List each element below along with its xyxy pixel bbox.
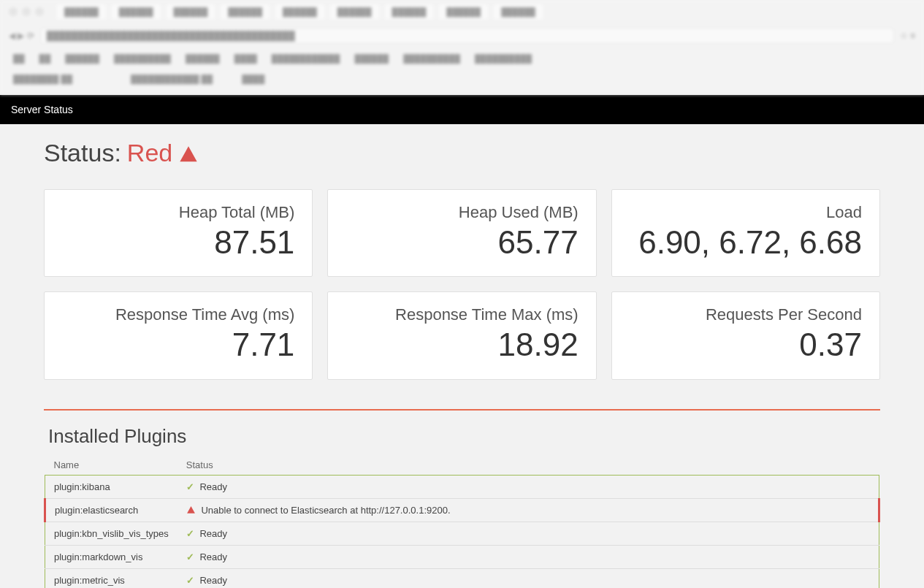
check-icon: ✓ (186, 551, 194, 562)
table-row: plugin:metric_vis✓ Ready (45, 568, 879, 588)
plugin-name: plugin:metric_vis (45, 568, 177, 588)
plugin-status: ✓ Ready (177, 568, 879, 588)
metric-heap-total: Heap Total (MB) 87.51 (44, 189, 313, 277)
plugin-name: plugin:elasticsearch (45, 498, 177, 522)
metric-label: Response Time Max (ms) (345, 305, 578, 324)
check-icon: ✓ (186, 575, 194, 586)
plugin-status-text: Unable to connect to Elasticsearch at ht… (199, 505, 451, 516)
browser-chrome: ██████████████████ ██████████████████ ██… (0, 0, 924, 95)
plugin-status-text: Ready (197, 481, 227, 492)
warning-icon (186, 505, 196, 516)
table-row: plugin:kibana✓ Ready (45, 475, 879, 498)
plugin-status: ✓ Ready (177, 475, 879, 498)
warning-icon (178, 139, 199, 167)
metric-value: 6.90, 6.72, 6.68 (630, 225, 862, 260)
table-row: plugin:kbn_vislib_vis_types✓ Ready (45, 522, 879, 545)
metric-label: Load (630, 203, 862, 222)
table-row: plugin:markdown_vis✓ Ready (45, 545, 879, 568)
plugin-name: plugin:kbn_vislib_vis_types (45, 522, 177, 545)
metric-value: 0.37 (630, 327, 862, 362)
metric-requests-per-second: Requests Per Second 0.37 (611, 291, 880, 379)
plugins-table: Name Status plugin:kibana✓ Readyplugin:e… (44, 455, 880, 588)
table-row: plugin:elasticsearch Unable to connect t… (45, 498, 879, 522)
metric-value: 18.92 (345, 327, 578, 362)
server-status-title: Server Status (11, 104, 73, 115)
metrics-grid: Heap Total (MB) 87.51 Heap Used (MB) 65.… (44, 189, 880, 380)
status-heading: Status: Red (44, 139, 880, 167)
metric-load: Load 6.90, 6.72, 6.68 (611, 189, 880, 277)
metric-value: 7.71 (62, 327, 294, 362)
plugin-status: ✓ Ready (177, 545, 879, 568)
column-header-status: Status (177, 455, 879, 476)
plugin-name: plugin:kibana (45, 475, 177, 498)
metric-value: 87.51 (62, 225, 294, 260)
check-icon: ✓ (186, 481, 194, 492)
check-icon: ✓ (186, 528, 194, 539)
column-header-name: Name (45, 455, 177, 476)
metric-label: Heap Used (MB) (345, 203, 578, 222)
plugin-status-text: Ready (197, 575, 227, 586)
plugin-status: ✓ Ready (177, 522, 879, 545)
metric-response-max: Response Time Max (ms) 18.92 (327, 291, 596, 379)
plugin-status-text: Ready (197, 551, 227, 562)
section-divider (44, 409, 880, 411)
status-label: Status: (44, 139, 121, 167)
status-value: Red (127, 139, 172, 167)
metric-label: Heap Total (MB) (62, 203, 294, 222)
metric-response-avg: Response Time Avg (ms) 7.71 (44, 291, 313, 379)
installed-plugins-heading: Installed Plugins (44, 425, 880, 448)
metric-value: 65.77 (345, 225, 578, 260)
metric-label: Response Time Avg (ms) (62, 305, 294, 324)
metric-label: Requests Per Second (630, 305, 862, 324)
metric-heap-used: Heap Used (MB) 65.77 (327, 189, 596, 277)
plugin-status-text: Ready (197, 528, 227, 539)
main-content: Status: Red Heap Total (MB) 87.51 Heap U… (0, 124, 924, 588)
plugin-status: Unable to connect to Elasticsearch at ht… (177, 498, 879, 522)
plugin-name: plugin:markdown_vis (45, 545, 177, 568)
top-bar: Server Status (0, 95, 924, 124)
